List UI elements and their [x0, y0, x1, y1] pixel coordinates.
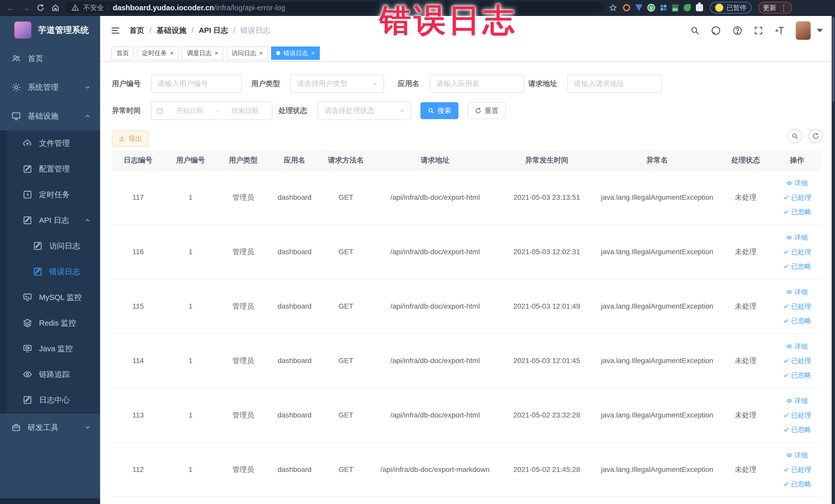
extension-green-badge-icon[interactable]: y — [647, 3, 656, 12]
help-icon[interactable] — [732, 25, 743, 36]
tab-error-log[interactable]: 错误日志× — [271, 46, 320, 60]
mark-processed-link[interactable]: 已处理 — [783, 245, 811, 258]
detail-link[interactable]: 详细 — [786, 285, 808, 298]
toggle-search-button[interactable] — [788, 129, 802, 143]
mark-processed-link[interactable]: 已处理 — [783, 191, 811, 204]
mark-ignored-link[interactable]: 已忽略 — [783, 369, 811, 382]
avatar[interactable] — [796, 21, 811, 40]
sidebar-item-dev-tools[interactable]: 研发工具 — [0, 413, 100, 442]
sidebar-item-scheduled-jobs[interactable]: 定时任务 — [0, 182, 100, 207]
detail-link[interactable]: 详细 — [786, 449, 808, 462]
bookmark-star-icon[interactable] — [607, 2, 618, 13]
mark-processed-link[interactable]: 已处理 — [783, 354, 811, 367]
mark-processed-link[interactable]: 已处理 — [783, 300, 811, 313]
browser-update-button[interactable]: 更新 ⋮ — [758, 2, 792, 14]
detail-link[interactable]: 详细 — [786, 231, 808, 244]
exception-time-range-picker[interactable]: 开始日期 - 结束日期 — [151, 101, 272, 120]
extension-orange-icon[interactable] — [622, 3, 631, 12]
mark-ignored-link[interactable]: 已忽略 — [783, 478, 811, 490]
extension-onoff-icon[interactable]: on — [672, 4, 679, 12]
close-icon[interactable]: × — [215, 50, 218, 56]
fullscreen-icon[interactable] — [754, 26, 763, 36]
user-menu-caret-icon[interactable] — [817, 29, 823, 32]
user-id-input[interactable] — [151, 75, 242, 93]
mark-processed-link[interactable]: 已处理 — [783, 409, 811, 422]
active-dot-icon — [276, 51, 280, 55]
mark-ignored-link[interactable]: 已忽略 — [783, 423, 811, 436]
mark-processed-link[interactable]: 已处理 — [783, 463, 811, 476]
security-label[interactable]: 不安全 — [83, 3, 104, 12]
refresh-table-button[interactable] — [809, 129, 823, 143]
mark-ignored-link[interactable]: 已忽略 — [783, 260, 811, 273]
sidebar-item-trace[interactable]: 链路追踪 — [0, 362, 100, 387]
sidebar-item-config-manage[interactable]: 配置管理 — [0, 156, 100, 182]
back-icon[interactable]: ← — [5, 2, 16, 13]
sidebar-item-java-monitor[interactable]: Java 监控 — [0, 336, 100, 362]
close-icon[interactable]: × — [311, 50, 315, 56]
extension-grid-icon[interactable] — [659, 3, 668, 12]
log-edit-icon — [23, 216, 32, 225]
cell-user-id: 1 — [164, 388, 217, 442]
sidebar-item-api-log[interactable]: API 日志 — [0, 207, 100, 233]
app-logo-row[interactable]: 芋道管理系统 — [0, 16, 100, 44]
sidebar-item-error-log[interactable]: 错误日志 — [0, 259, 100, 284]
search-icon — [428, 107, 434, 114]
sidebar-item-infra[interactable]: 基础设施 — [0, 102, 100, 130]
tab-schedule-log[interactable]: 调度日志× — [182, 46, 223, 60]
github-icon[interactable] — [711, 25, 721, 36]
detail-link[interactable]: 详细 — [786, 340, 808, 353]
profile-paused-badge[interactable]: 已暂停 — [710, 2, 752, 14]
font-size-icon[interactable] — [774, 25, 785, 36]
process-status-select[interactable]: 请选择处理状态 — [318, 101, 411, 120]
extension-leaf-icon[interactable] — [683, 3, 692, 12]
breadcrumb-api-log[interactable]: API 日志 — [199, 25, 228, 36]
tab-access-log[interactable]: 访问日志× — [226, 46, 268, 60]
sidebar-item-file-manage[interactable]: 文件管理 — [0, 130, 100, 156]
reload-icon[interactable] — [35, 2, 46, 13]
check-icon — [783, 263, 789, 269]
sidebar-item-home[interactable]: 首页 — [0, 44, 100, 73]
cell-process-status: 未处理 — [719, 334, 773, 388]
breadcrumb-home[interactable]: 首页 — [129, 25, 144, 36]
sidebar-item-redis-monitor[interactable]: Redis 监控 — [0, 310, 100, 336]
extension-shield-icon[interactable] — [634, 3, 643, 12]
breadcrumb-infra[interactable]: 基础设施 — [157, 25, 186, 36]
extensions-puzzle-icon[interactable] — [695, 3, 704, 12]
mark-ignored-link[interactable]: 已忽略 — [783, 314, 811, 327]
home-icon[interactable] — [50, 2, 61, 13]
close-icon[interactable]: × — [259, 50, 263, 56]
sidebar-item-system[interactable]: 系统管理 — [0, 73, 100, 102]
cell-request-url: /api/infra/db-doc/export-html — [372, 388, 498, 442]
close-icon[interactable]: × — [170, 50, 174, 56]
cell-actions: 详细 已处理 已忽略 — [773, 225, 821, 279]
sidebar-collapse-bar[interactable] — [0, 498, 100, 504]
table-row: 114 1 管理员 dashboard GET /api/infra/db-do… — [112, 334, 821, 388]
tab-scheduled-jobs[interactable]: 定时任务× — [137, 46, 179, 60]
sidebar-item-access-log[interactable]: 访问日志 — [0, 233, 100, 259]
detail-link[interactable]: 详细 — [786, 177, 808, 189]
forward-icon[interactable]: → — [20, 2, 31, 13]
sidebar-item-mysql-monitor[interactable]: MySQL 监控 — [0, 284, 100, 310]
mark-ignored-link[interactable]: 已忽略 — [783, 205, 811, 218]
browser-menu-icon[interactable]: ⋮ — [780, 3, 788, 12]
tags-view-bar: 首页 定时任务× 调度日志× 访问日志× 错误日志× — [100, 45, 832, 62]
url-text[interactable]: dashboard.yudao.iocoder.cn/infra/log/api… — [113, 4, 285, 12]
search-button[interactable]: 搜索 — [421, 102, 459, 119]
scrollbar-thumb[interactable] — [832, 17, 834, 102]
table-row: 113 1 管理员 dashboard GET /api/infra/db-do… — [112, 388, 821, 442]
sidebar-item-log-center[interactable]: 日志中心 — [0, 387, 100, 413]
address-bar[interactable]: 不安全 dashboard.yudao.iocoder.cn/infra/log… — [65, 2, 604, 14]
tab-home[interactable]: 首页 — [111, 46, 134, 60]
app-name-input[interactable] — [430, 75, 524, 93]
user-type-select[interactable]: 请选择用户类型 — [290, 75, 384, 93]
request-url-input[interactable] — [567, 75, 662, 93]
search-icon[interactable] — [690, 26, 700, 36]
export-button[interactable]: 导出 — [112, 130, 149, 147]
reset-button[interactable]: 重置 — [468, 102, 506, 119]
sidebar-toggle-icon[interactable] — [110, 25, 121, 36]
cell-request-url: /api/infra/db-doc/export-html — [372, 279, 498, 334]
check-icon — [783, 466, 789, 473]
app-logo — [14, 22, 31, 39]
detail-link[interactable]: 详细 — [786, 395, 808, 407]
browser-scrollbar[interactable] — [832, 16, 835, 504]
